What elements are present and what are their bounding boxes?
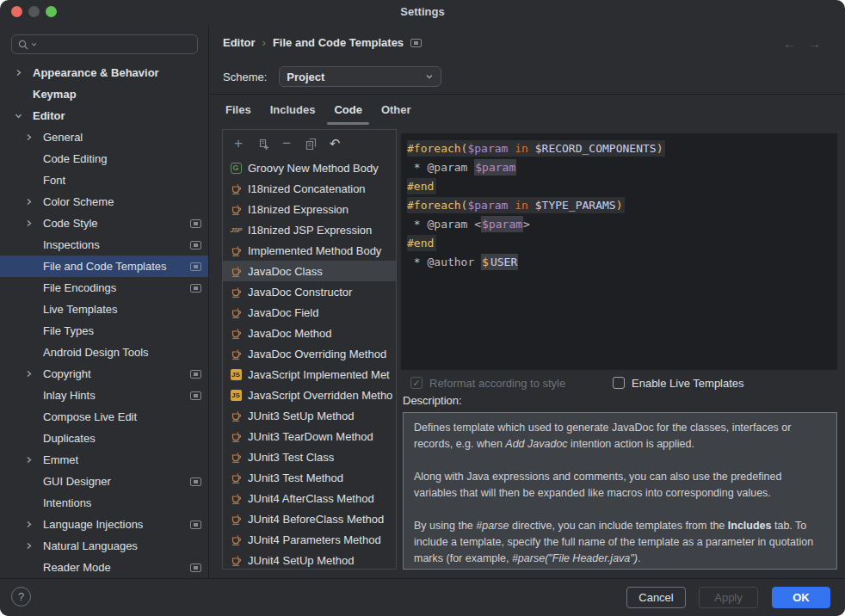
sidebar-item-file-and-code-templates[interactable]: File and Code Templates xyxy=(0,256,208,277)
project-scope-icon xyxy=(190,521,201,529)
sidebar-item-font[interactable]: Font xyxy=(0,169,208,191)
sidebar-item-editor[interactable]: Editor xyxy=(0,105,208,126)
sidebar-item-intentions[interactable]: Intentions xyxy=(0,492,208,514)
code-line: #foreach($param in $TYPE_PARAMS) xyxy=(407,196,837,215)
sidebar-item-compose-live-edit[interactable]: Compose Live Edit xyxy=(0,406,208,428)
sidebar-item-android-design-tools[interactable]: Android Design Tools xyxy=(0,342,208,363)
tab-includes[interactable]: Includes xyxy=(261,98,325,125)
sidebar-item-copyright[interactable]: Copyright xyxy=(0,363,208,385)
template-item-javadoc-field[interactable]: JavaDoc Field xyxy=(223,302,396,323)
template-item-label: JUnit3 Test Class xyxy=(248,451,334,464)
chevron-right-icon[interactable] xyxy=(22,218,34,230)
chevron-right-icon[interactable] xyxy=(22,196,34,208)
sidebar-item-file-encodings[interactable]: File Encodings xyxy=(0,277,208,299)
sidebar-item-duplicates[interactable]: Duplicates xyxy=(0,428,208,449)
template-item-junit4-afterclass-method[interactable]: JUnit4 AfterClass Method xyxy=(223,488,396,508)
sidebar-item-code-style[interactable]: Code Style xyxy=(0,213,208,234)
sidebar-item-live-templates[interactable]: Live Templates xyxy=(0,299,208,320)
duplicate-icon[interactable] xyxy=(304,137,318,151)
sidebar-item-inlay-hints[interactable]: Inlay Hints xyxy=(0,385,208,406)
tab-code[interactable]: Code xyxy=(324,98,372,125)
chevron-right-icon[interactable] xyxy=(22,519,34,531)
chevron-right-icon[interactable] xyxy=(22,540,34,552)
settings-content: Editor › File and Code Templates ← → Sch… xyxy=(209,24,845,578)
copy-template-icon[interactable] xyxy=(256,137,269,151)
sidebar-item-label: Reader Mode xyxy=(43,561,111,574)
template-item-implemented-method-body[interactable]: Implemented Method Body xyxy=(223,240,396,261)
template-item-i18nized-expression[interactable]: I18nized Expression xyxy=(223,199,396,219)
project-scope-icon xyxy=(410,39,422,47)
code-line: #end xyxy=(407,177,837,196)
titlebar: Settings xyxy=(0,0,845,24)
sidebar-item-code-editing[interactable]: Code Editing xyxy=(0,148,208,169)
tab-label: Code xyxy=(334,103,362,116)
reformat-option: ✓ Reformat according to style xyxy=(410,375,565,391)
rollback-icon[interactable]: ↶ xyxy=(328,137,342,151)
sidebar-item-language-injections[interactable]: Language Injections xyxy=(0,514,208,535)
add-icon[interactable]: + xyxy=(231,137,245,151)
tab-other[interactable]: Other xyxy=(372,98,421,125)
sidebar-item-natural-languages[interactable]: Natural Languages xyxy=(0,535,208,557)
template-code-editor[interactable]: #foreach($param in $RECORD_COMPONENTS) *… xyxy=(401,133,837,370)
template-item-junit3-test-class[interactable]: JUnit3 Test Class xyxy=(223,447,396,467)
template-item-junit4-parameters-method[interactable]: JUnit4 Parameters Method xyxy=(223,529,396,550)
chevron-right-icon[interactable] xyxy=(22,132,34,144)
template-item-javadoc-method[interactable]: JavaDoc Method xyxy=(223,323,396,343)
template-item-label: JUnit3 SetUp Method xyxy=(248,410,355,422)
sidebar-item-general[interactable]: General xyxy=(0,126,208,148)
sidebar-item-label: Code Style xyxy=(43,217,98,230)
template-item-javadoc-constructor[interactable]: JavaDoc Constructor xyxy=(223,281,396,302)
project-scope-icon xyxy=(190,477,201,486)
search-input[interactable] xyxy=(39,38,192,52)
template-item-junit4-setup-method[interactable]: JUnit4 SetUp Method xyxy=(223,550,396,570)
sidebar-item-label: File and Code Templates xyxy=(43,260,167,273)
cancel-button[interactable]: Cancel xyxy=(626,587,686,608)
history-nav: ← → xyxy=(783,36,821,51)
live-templates-checkbox[interactable] xyxy=(613,377,625,389)
template-item-javascript-overridden-metho[interactable]: JSJavaScript Overridden Metho xyxy=(223,385,396,405)
sidebar-item-gui-designer[interactable]: GUI Designer xyxy=(0,471,208,492)
chevron-spacer xyxy=(22,411,34,423)
sidebar-item-inspections[interactable]: Inspections xyxy=(0,234,208,256)
settings-search-box[interactable] xyxy=(11,34,198,54)
template-item-junit3-test-method[interactable]: JUnit3 Test Method xyxy=(223,467,396,488)
remove-icon[interactable]: − xyxy=(280,137,293,151)
search-icon xyxy=(17,39,29,51)
sidebar-item-keymap[interactable]: Keymap xyxy=(0,83,208,105)
template-item-groovy-new-method-body[interactable]: GGroovy New Method Body xyxy=(223,157,396,178)
template-item-javadoc-class[interactable]: JavaDoc Class xyxy=(223,261,396,281)
sidebar-item-color-scheme[interactable]: Color Scheme xyxy=(0,191,208,213)
template-item-javadoc-overriding-method[interactable]: JavaDoc Overriding Method xyxy=(223,343,396,364)
sidebar-item-label: Code Editing xyxy=(43,152,107,165)
template-item-javascript-implemented-met[interactable]: JSJavaScript Implemented Met xyxy=(223,364,396,385)
help-icon[interactable]: ? xyxy=(11,587,31,607)
template-item-junit3-teardown-method[interactable]: JUnit3 TearDown Method xyxy=(223,426,396,447)
template-tabs: FilesIncludesCodeOther xyxy=(216,98,421,125)
template-item-junit4-beforeclass-method[interactable]: JUnit4 BeforeClass Method xyxy=(223,508,396,529)
chevron-spacer xyxy=(22,282,34,294)
sidebar-item-file-types[interactable]: File Types xyxy=(0,320,208,342)
scheme-dropdown[interactable]: Project xyxy=(279,66,441,87)
chevron-right-icon[interactable] xyxy=(12,67,24,79)
sidebar-item-appearance-behavior[interactable]: Appearance & Behavior xyxy=(0,62,208,83)
java-file-icon xyxy=(229,243,243,257)
template-item-i18nized-concatenation[interactable]: I18nized Concatenation xyxy=(223,178,396,199)
chevron-right-icon[interactable] xyxy=(22,368,34,380)
scheme-label: Scheme: xyxy=(223,71,267,83)
back-icon[interactable]: ← xyxy=(783,36,796,51)
chevron-down-icon[interactable] xyxy=(12,110,24,122)
sidebar-item-label: Appearance & Behavior xyxy=(33,66,159,79)
breadcrumb-editor[interactable]: Editor xyxy=(223,36,256,49)
ok-button[interactable]: OK xyxy=(772,587,830,608)
sidebar-item-reader-mode[interactable]: Reader Mode xyxy=(0,557,208,578)
sidebar-item-label: Emmet xyxy=(43,453,78,466)
template-list[interactable]: GGroovy New Method BodyI18nized Concaten… xyxy=(223,157,396,569)
template-item-junit3-setup-method[interactable]: JUnit3 SetUp Method xyxy=(223,405,396,426)
tab-files[interactable]: Files xyxy=(216,98,261,125)
chevron-right-icon[interactable] xyxy=(22,454,34,466)
sidebar-item-emmet[interactable]: Emmet xyxy=(0,449,208,471)
sidebar-item-label: Editor xyxy=(33,109,65,122)
description-panel[interactable]: Defines template which used to generate … xyxy=(403,412,837,570)
template-item-i18nized-jsp-expression[interactable]: JSPI18nized JSP Expression xyxy=(223,219,396,240)
forward-icon[interactable]: → xyxy=(808,36,821,51)
